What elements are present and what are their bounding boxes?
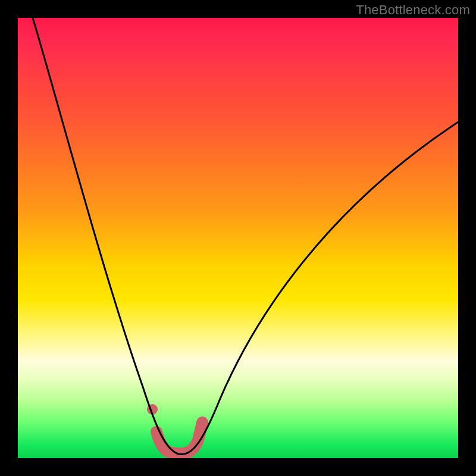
highlight-blob	[147, 404, 202, 454]
plot-area	[18, 18, 458, 458]
watermark-text: TheBottleneck.com	[356, 2, 470, 18]
curves-svg	[18, 18, 458, 458]
chart-frame: TheBottleneck.com	[0, 0, 476, 476]
bottleneck-curve	[33, 18, 458, 455]
